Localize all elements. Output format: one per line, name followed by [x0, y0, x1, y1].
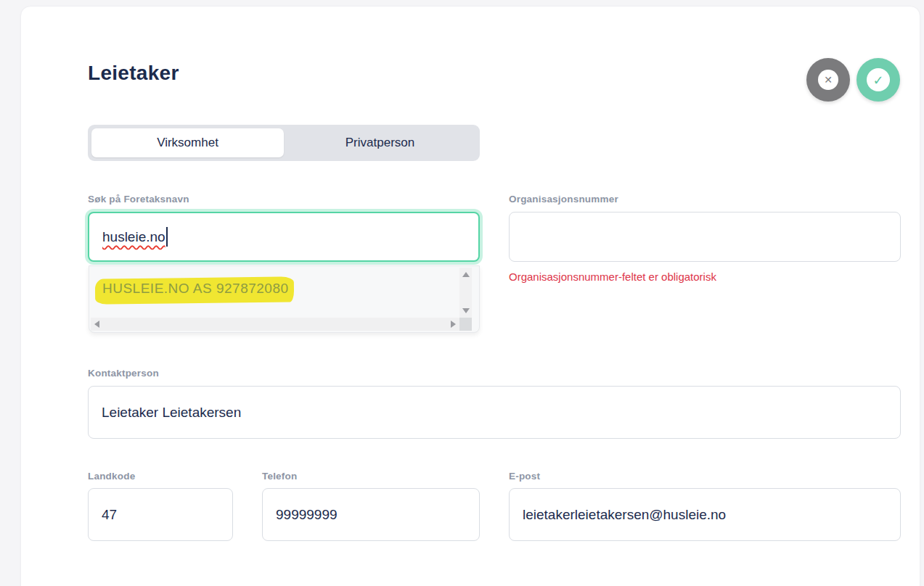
checkmark-icon: ✓ — [867, 68, 890, 91]
org-number-input[interactable] — [509, 212, 901, 262]
org-number-error: Organisasjonsnummer-feltet er obligatori… — [509, 271, 716, 283]
phone-label: Telefon — [262, 471, 297, 482]
org-number-label: Organisasjonsnummer — [509, 194, 618, 205]
entity-type-tabs: Virksomhet Privatperson — [88, 125, 480, 161]
country-code-input[interactable] — [88, 488, 233, 541]
company-suggestions-dropdown: HUSLEIE.NO AS 927872080 — [89, 265, 480, 333]
tab-privatperson-label: Privatperson — [346, 136, 414, 150]
cancel-button[interactable]: ✕ — [806, 58, 850, 102]
scroll-down-icon[interactable] — [462, 308, 470, 313]
confirm-button[interactable]: ✓ — [856, 58, 900, 102]
company-suggestion-item[interactable]: HUSLEIE.NO AS 927872080 — [102, 281, 289, 297]
company-search-value: husleie.no — [102, 229, 165, 245]
contact-person-label: Kontaktperson — [88, 368, 159, 379]
scrollbar-corner — [459, 318, 472, 331]
company-search-input[interactable]: husleie.no — [88, 212, 480, 262]
horizontal-scrollbar[interactable] — [91, 318, 459, 331]
country-code-label: Landkode — [88, 471, 135, 482]
tab-virksomhet-label: Virksomhet — [157, 136, 218, 150]
scroll-left-icon[interactable] — [94, 321, 99, 328]
contact-person-input[interactable] — [88, 386, 901, 439]
form-card: Leietaker ✕ ✓ Virksomhet Privatperson Sø… — [20, 6, 920, 586]
company-suggestion-text: HUSLEIE.NO AS 927872080 — [102, 281, 289, 296]
page-title: Leietaker — [88, 62, 179, 85]
text-caret — [166, 227, 168, 247]
cancel-x-icon: ✕ — [818, 70, 838, 90]
scroll-right-icon[interactable] — [451, 321, 456, 328]
email-label: E-post — [509, 471, 540, 482]
company-search-label: Søk på Foretaksnavn — [88, 194, 189, 205]
scroll-up-icon[interactable] — [462, 272, 470, 277]
email-input[interactable] — [509, 488, 901, 541]
tab-privatperson[interactable]: Privatperson — [284, 128, 476, 157]
tab-virksomhet[interactable]: Virksomhet — [91, 128, 284, 157]
phone-input[interactable] — [262, 488, 480, 541]
vertical-scrollbar[interactable] — [459, 268, 472, 318]
